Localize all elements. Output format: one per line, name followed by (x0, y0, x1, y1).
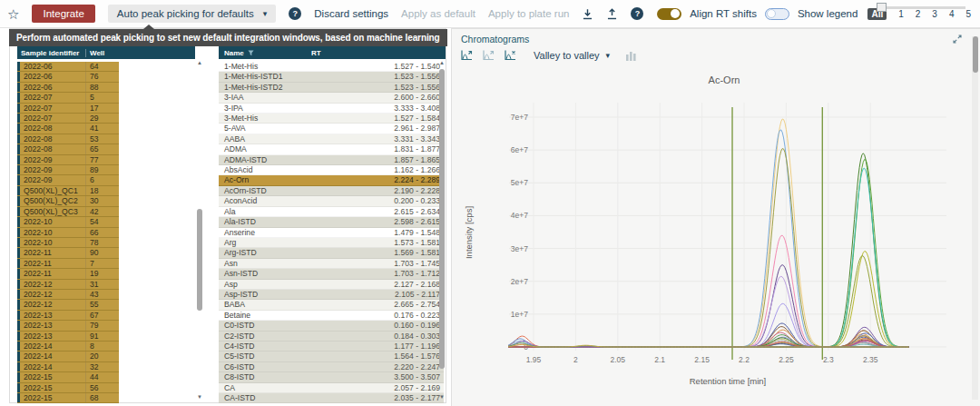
sample-table-row[interactable]: 2022-0717 (17, 104, 119, 114)
sample-table-row[interactable]: 2022-0977 (17, 155, 119, 165)
metabolite-table-row[interactable]: Ac-Orn2.224 - 2.289 (219, 175, 444, 185)
upload-icon[interactable] (606, 8, 618, 20)
scroll-up-arrow-icon[interactable]: ▲ (196, 59, 203, 66)
metabolite-table-row[interactable]: Asn-ISTD1.703 - 1.712 (219, 269, 444, 279)
sample-table-row[interactable]: 2022-1078 (17, 238, 119, 248)
metabolite-table-row[interactable]: Asp-ISTD2.105 - 2.117 (219, 290, 444, 300)
zoom-window-chart-icon[interactable] (481, 49, 496, 63)
scrollbar-thumb[interactable] (197, 209, 202, 311)
sample-table-row[interactable]: Q500(XL)_QC118 (17, 186, 119, 196)
metabolite-table-row[interactable]: AbsAcid1.162 - 1.266 (219, 165, 444, 175)
download-icon[interactable] (582, 8, 593, 20)
scroll-down-arrow-icon[interactable]: ▼ (196, 393, 203, 401)
sample-table-row[interactable]: 2022-0865 (17, 144, 119, 154)
metabolite-table-row[interactable]: C8-ISTD3.500 - 3.507 (219, 372, 444, 382)
metabolite-table-row[interactable]: C2-ISTD0.184 - 0.303 (219, 332, 444, 342)
metabolite-table-row[interactable]: Anserine1.479 - 1.548 (219, 228, 444, 238)
sample-table-row[interactable]: 2022-1391 (17, 332, 119, 342)
bar-chart-icon[interactable] (623, 49, 639, 63)
sample-table-row[interactable]: 2022-1054 (17, 217, 119, 227)
show-legend-toggle[interactable] (765, 8, 789, 20)
sample-table-row[interactable]: 2022-1255 (17, 300, 119, 310)
align-rt-shifts-toggle[interactable] (657, 8, 681, 20)
metabolite-table-row[interactable]: C5-ISTD1.564 - 1.576 (219, 352, 444, 361)
auto-peak-picking-dropdown[interactable]: Auto peak picking for defaults ▾ (108, 5, 276, 23)
integration-mode-dropdown[interactable]: Valley to valley ▾ (534, 50, 610, 61)
metabolite-table-row[interactable]: 3-Met-His1.527 - 1.584 (219, 114, 444, 124)
sample-table-row[interactable]: 2022-1367 (17, 311, 119, 321)
slider-handle[interactable] (877, 3, 887, 12)
sample-table-row[interactable]: 2022-1544 (17, 372, 119, 382)
metabolite-table-row[interactable]: 1-Met-His1.527 - 1.540 (219, 62, 444, 72)
metabolite-table-row[interactable]: Arg1.573 - 1.581 (219, 238, 444, 248)
sample-identifier-column-header[interactable]: Sample identifier (17, 49, 85, 57)
metabolite-table-row[interactable]: 3-IPA3.333 - 3.408 (219, 104, 444, 114)
metabolite-table-row[interactable]: C0-ISTD0.160 - 0.196 (219, 321, 444, 331)
sample-table-row[interactable]: 2022-117 (17, 259, 119, 269)
apply-to-plate-run-button[interactable]: Apply to plate run (488, 8, 570, 19)
sample-table-header[interactable]: Sample identifier Well (17, 46, 195, 59)
metabolite-table-row[interactable]: ADMA1.831 - 1.877 (219, 144, 444, 154)
sample-table-row[interactable]: 2022-1231 (17, 280, 119, 290)
sample-table-row[interactable]: 2022-0688 (17, 83, 119, 93)
help-icon[interactable]: ? (289, 7, 301, 20)
metabolite-table-row[interactable]: 1-Met-His-ISTD11.523 - 1.556 (219, 72, 444, 82)
sample-table-row[interactable]: Q500(XL)_QC342 (17, 207, 119, 217)
metabolite-table-row[interactable]: Arg-ISTD1.569 - 1.581 (219, 248, 444, 258)
metabolite-table-row[interactable]: 5-AVA2.961 - 2.987 (219, 124, 444, 134)
sample-table-row[interactable]: 2022-1556 (17, 383, 119, 393)
scrollbar-thumb[interactable] (973, 36, 978, 73)
metabolite-table-row[interactable]: Asp2.127 - 2.168 (219, 280, 444, 290)
filter-funnel-icon[interactable] (248, 50, 254, 56)
sample-table-row[interactable]: 2022-0841 (17, 124, 119, 134)
sample-table-row[interactable]: 2022-1568 (17, 393, 119, 403)
metabolite-table-row[interactable]: Asn1.703 - 1.745 (219, 259, 444, 269)
sample-table-row[interactable]: 2022-1243 (17, 290, 119, 300)
sample-table-row[interactable]: 2022-0989 (17, 165, 119, 175)
zoom-peak-chart-icon[interactable] (503, 49, 518, 63)
scroll-down-arrow-icon[interactable]: ▼ (438, 393, 446, 401)
metabolite-table-row[interactable]: 1-Met-His-ISTD21.523 - 1.556 (219, 83, 444, 93)
sample-table-row[interactable]: 2022-1066 (17, 228, 119, 238)
scroll-up-arrow-icon[interactable]: ▲ (438, 59, 446, 66)
metabolite-table-row[interactable]: C6-ISTD2.220 - 2.247 (219, 362, 444, 372)
metabolite-table-row[interactable]: C4-ISTD1.177 - 1.196 (219, 342, 444, 352)
sample-table-row[interactable]: 2022-0676 (17, 72, 119, 82)
name-column-header[interactable]: Name (219, 49, 309, 57)
zoom-default-chart-icon[interactable] (459, 49, 475, 63)
sample-table-row[interactable]: 2022-0729 (17, 114, 119, 124)
expand-panel-icon[interactable] (953, 35, 962, 44)
metabolite-table-row[interactable]: BABA2.665 - 2.754 (219, 300, 444, 310)
integrate-button[interactable]: Integrate (32, 5, 94, 23)
sample-table-row[interactable]: 2022-075 (17, 93, 119, 103)
favorite-star-icon[interactable]: ☆ (7, 7, 19, 21)
sample-table-row[interactable]: 2022-096 (17, 175, 119, 185)
sample-table-row[interactable]: 2022-1190 (17, 248, 119, 258)
metabolite-table-header[interactable]: Name RT (219, 46, 446, 59)
sample-table-row[interactable]: Q500(XL)_QC230 (17, 196, 119, 206)
sample-table-row[interactable]: 2022-1379 (17, 321, 119, 331)
chromatogram-count-option[interactable]: 5 (965, 9, 971, 19)
metabolite-table-row[interactable]: 3-IAA2.600 - 2.660 (219, 93, 444, 103)
slider-track[interactable] (877, 6, 965, 9)
well-column-header[interactable]: Well (85, 49, 104, 57)
metabolite-table-row[interactable]: Ala-ISTD2.598 - 2.615 (219, 217, 444, 227)
discard-settings-button[interactable]: Discard settings (314, 8, 388, 19)
sample-table-row[interactable]: 2022-0853 (17, 134, 119, 144)
metabolite-table-row[interactable]: AconAcid0.200 - 0.233 (219, 196, 444, 206)
metabolite-table-row[interactable]: Betaine0.176 - 0.223 (219, 311, 444, 321)
metabolite-table-row[interactable]: ADMA-ISTD1.857 - 1.865 (219, 155, 444, 165)
metabolite-table-row[interactable]: AcOrn-ISTD2.190 - 2.228 (219, 186, 444, 196)
sample-table-row[interactable]: 2022-1432 (17, 362, 119, 372)
sample-table-row[interactable]: 2022-1119 (17, 269, 119, 279)
help-icon[interactable]: ? (631, 7, 643, 20)
metabolite-table-row[interactable]: AABA3.331 - 3.343 (219, 134, 444, 144)
metabolite-table-row[interactable]: CA2.057 - 2.169 (219, 383, 444, 393)
scrollbar-thumb[interactable] (439, 69, 445, 369)
sample-table-row[interactable]: 2022-1420 (17, 352, 119, 361)
metabolite-table-row[interactable]: CA-ISTD2.035 - 2.177 (219, 393, 444, 403)
sample-table-row[interactable]: 2022-148 (17, 342, 119, 352)
sample-table-row[interactable]: 2022-0664 (17, 62, 119, 72)
metabolite-table-row[interactable]: Ala2.615 - 2.634 (219, 207, 444, 217)
rt-column-header[interactable]: RT (309, 49, 321, 57)
